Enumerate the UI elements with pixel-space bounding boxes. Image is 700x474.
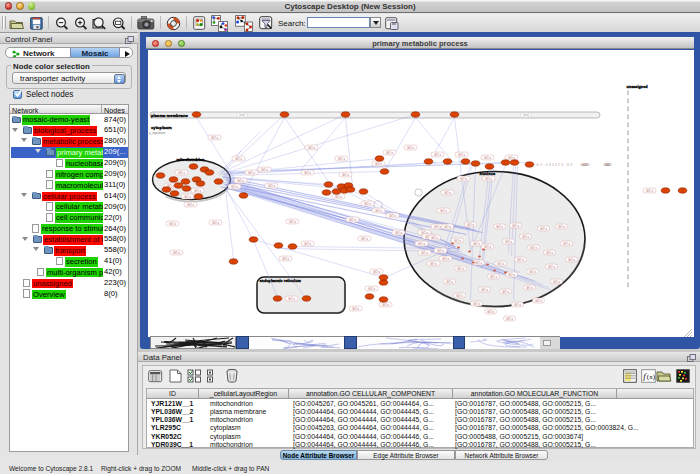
svg-text:endoplasmic reticulum: endoplasmic reticulum [259, 279, 301, 283]
svg-text:GO x: GO x [260, 167, 268, 171]
svg-text:GO x: GO x [456, 266, 464, 270]
svg-text:GO x: GO x [363, 201, 371, 205]
svg-text:GO x: GO x [545, 250, 553, 254]
svg-text:GO x: GO x [483, 244, 491, 248]
svg-text:GO x: GO x [521, 234, 529, 238]
svg-text:(x): (x) [647, 373, 656, 381]
svg-text:GO x: GO x [360, 236, 368, 240]
svg-text:GO x: GO x [441, 256, 449, 260]
svg-text:GO x: GO x [341, 172, 349, 176]
svg-text:GO x: GO x [288, 219, 296, 223]
svg-text:GO x: GO x [433, 152, 441, 156]
svg-text:y_regulation: y_regulation [149, 130, 166, 134]
svg-text:GO x: GO x [236, 178, 244, 182]
svg-text:GO x: GO x [230, 184, 238, 188]
svg-text:GO x: GO x [501, 289, 509, 293]
svg-text:nucleus: nucleus [479, 171, 495, 176]
svg-text:GO x: GO x [455, 293, 463, 297]
svg-text:GO x: GO x [547, 264, 555, 268]
svg-text:GO x: GO x [445, 279, 453, 283]
svg-text:GO x: GO x [504, 239, 512, 243]
svg-text:GO x: GO x [439, 208, 447, 212]
svg-text:GO x: GO x [210, 135, 218, 139]
svg-text:GO x: GO x [417, 241, 425, 245]
svg-text:GO x: GO x [483, 155, 491, 159]
svg-text:GO x: GO x [557, 224, 565, 228]
svg-text:cytoplasm: cytoplasm [151, 125, 172, 130]
svg-text:mitochondrion: mitochondrion [176, 156, 205, 161]
svg-text:GO x: GO x [507, 155, 515, 159]
svg-text:GO x: GO x [495, 224, 503, 228]
svg-text:GO x: GO x [420, 250, 428, 254]
svg-text:GO x: GO x [486, 309, 494, 313]
svg-text:GO x: GO x [388, 213, 396, 217]
svg-text:GO x: GO x [385, 150, 393, 154]
svg-text:[xxx]: [xxx] [523, 113, 529, 117]
svg-text:GO x: GO x [433, 224, 441, 228]
svg-text:GO x: GO x [234, 156, 242, 160]
svg-text:GO x: GO x [453, 238, 461, 242]
svg-text:GO x: GO x [472, 301, 480, 305]
svg-text:GO x: GO x [211, 220, 219, 224]
svg-text:GO x: GO x [529, 245, 537, 249]
svg-text:GO x: GO x [351, 306, 359, 310]
svg-text:GO x: GO x [539, 226, 547, 230]
svg-text:GO x: GO x [466, 222, 474, 226]
svg-text:GO x: GO x [177, 170, 185, 174]
svg-text:GO x: GO x [496, 261, 504, 265]
svg-text:GO x: GO x [436, 248, 444, 252]
svg-text:GO:004426 GO: GO:004426 GO [536, 163, 572, 167]
svg-text:GO x: GO x [372, 269, 380, 273]
svg-text:GO:004426 GO: GO:004426 GO [603, 163, 611, 167]
svg-text:GO x: GO x [307, 145, 315, 149]
svg-text:GO x: GO x [406, 145, 414, 149]
svg-text:GO x: GO x [337, 156, 345, 160]
svg-text:GO x: GO x [394, 230, 402, 234]
svg-text:GO x: GO x [516, 257, 524, 261]
svg-text:GO x: GO x [168, 221, 176, 225]
svg-text:GO x: GO x [562, 241, 570, 245]
svg-text:GO x: GO x [443, 224, 451, 228]
svg-text:GO x: GO x [511, 223, 519, 227]
svg-text:GO x: GO x [374, 208, 382, 212]
svg-text:GO x: GO x [303, 170, 311, 174]
svg-text:[xxx]: [xxx] [239, 113, 245, 117]
svg-text:GO x: GO x [334, 194, 342, 198]
svg-text:plasma membrane: plasma membrane [151, 112, 188, 117]
svg-text:GO x: GO x [459, 176, 467, 180]
svg-text:GO x: GO x [567, 257, 575, 261]
svg-text:GO x: GO x [430, 235, 438, 239]
svg-text:GO x: GO x [367, 286, 375, 290]
svg-text:GO x: GO x [489, 274, 497, 278]
svg-text:GO x: GO x [507, 272, 515, 276]
svg-text:GO x: GO x [528, 269, 536, 273]
svg-text:GO x: GO x [381, 302, 389, 306]
svg-text:GO x: GO x [287, 296, 295, 300]
svg-text:GO x: GO x [172, 250, 180, 254]
svg-text:unassigned: unassigned [626, 84, 648, 88]
svg-text:GO x: GO x [348, 217, 356, 221]
svg-text:GO x: GO x [474, 260, 482, 264]
svg-text:GO x: GO x [281, 256, 289, 260]
svg-text:GO x: GO x [303, 241, 311, 245]
svg-text:GO x: GO x [534, 298, 542, 302]
svg-text:GO x: GO x [472, 241, 480, 245]
svg-text:GO x: GO x [267, 183, 275, 187]
svg-text:GO x: GO x [645, 188, 653, 192]
svg-text:GO x: GO x [484, 176, 492, 180]
svg-text:GO x: GO x [374, 161, 382, 165]
svg-text:GO x: GO x [457, 152, 465, 156]
svg-text:GO x: GO x [513, 302, 521, 306]
svg-text:GO x: GO x [552, 279, 560, 283]
svg-text:GO x: GO x [193, 188, 201, 192]
svg-text:GO x: GO x [183, 194, 191, 198]
svg-text:GO x: GO x [429, 261, 437, 265]
svg-text:GO:004426 GO: GO:004426 GO [580, 163, 589, 167]
svg-text:GO x: GO x [247, 170, 255, 174]
svg-text:GO x: GO x [525, 285, 533, 289]
svg-text:GO x: GO x [443, 190, 451, 194]
svg-text:GO x: GO x [186, 202, 194, 206]
svg-text:GO x: GO x [480, 287, 488, 291]
svg-text:GO x: GO x [505, 316, 513, 320]
